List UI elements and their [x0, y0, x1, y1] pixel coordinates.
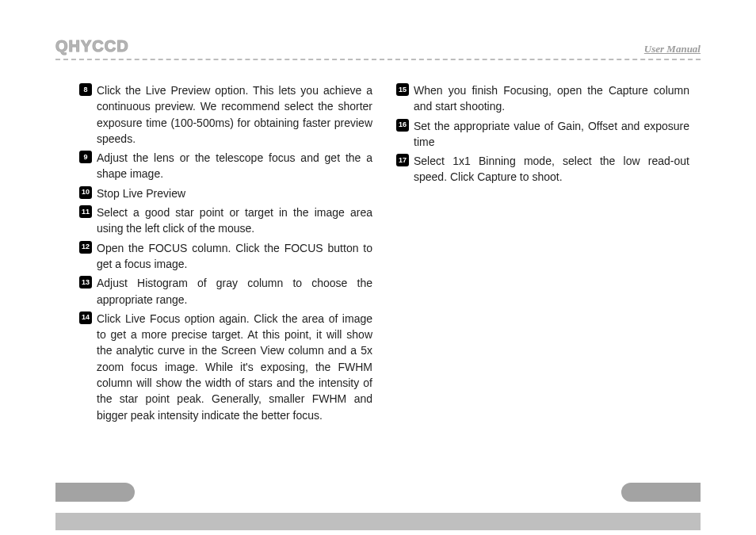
- step-number-badge: 16: [396, 119, 409, 132]
- step-number-badge: 9: [79, 151, 92, 163]
- step-text: Open the FOCUS column. Click the FOCUS b…: [97, 240, 372, 273]
- step-text: Click Live Focus option again. Click the…: [97, 311, 372, 423]
- list-item: 9Adjust the lens or the telescope focus …: [79, 150, 372, 182]
- step-text: Set the appropriate value of Gain, Offse…: [414, 118, 689, 151]
- step-number-badge: 12: [79, 241, 92, 254]
- step-number-badge: 11: [79, 205, 92, 218]
- brand-logo: QHYCCD: [55, 37, 129, 55]
- header-divider: [55, 59, 701, 60]
- page-frame: QHYCCD User Manual 8Click the Live Previ…: [55, 32, 701, 518]
- list-item: 10Stop Live Preview: [79, 185, 372, 201]
- list-item: 8Click the Live Preview option. This let…: [79, 82, 372, 147]
- footer-pill-right: [621, 483, 701, 502]
- step-text: Select 1x1 Binning mode, select the low …: [414, 153, 689, 185]
- step-text: Adjust the lens or the telescope focus a…: [97, 150, 372, 182]
- step-number-badge: 15: [396, 83, 409, 96]
- left-column: 8Click the Live Preview option. This let…: [79, 82, 372, 426]
- manual-title: User Manual: [644, 43, 701, 55]
- page-header: QHYCCD User Manual: [55, 32, 701, 55]
- step-text: Adjust Histogram of gray column to choos…: [97, 275, 372, 308]
- list-item: 12Open the FOCUS column. Click the FOCUS…: [79, 240, 372, 273]
- footer-pill-left: [55, 483, 135, 502]
- step-number-badge: 10: [79, 186, 92, 199]
- step-text: When you finish Focusing, open the Captu…: [414, 82, 689, 115]
- list-item: 17Select 1x1 Binning mode, select the lo…: [396, 153, 689, 185]
- step-text: Select a good star point or target in th…: [97, 204, 372, 237]
- step-text: Stop Live Preview: [97, 185, 185, 201]
- footer-bar: [55, 513, 701, 530]
- step-number-badge: 14: [79, 311, 92, 324]
- footer-pills: [55, 483, 701, 506]
- step-number-badge: 8: [79, 83, 92, 96]
- step-number-badge: 17: [396, 154, 409, 166]
- list-item: 11Select a good star point or target in …: [79, 204, 372, 237]
- content-columns: 8Click the Live Preview option. This let…: [55, 82, 701, 426]
- list-item: 15When you finish Focusing, open the Cap…: [396, 82, 689, 115]
- list-item: 14Click Live Focus option again. Click t…: [79, 311, 372, 423]
- step-number-badge: 13: [79, 276, 92, 289]
- list-item: 13Adjust Histogram of gray column to cho…: [79, 275, 372, 308]
- right-column: 15When you finish Focusing, open the Cap…: [396, 82, 689, 426]
- step-text: Click the Live Preview option. This lets…: [97, 82, 372, 147]
- list-item: 16Set the appropriate value of Gain, Off…: [396, 118, 689, 151]
